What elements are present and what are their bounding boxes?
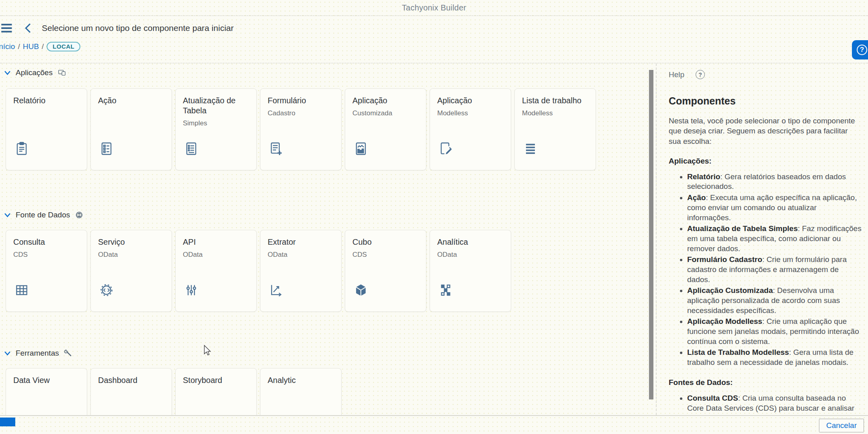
help-intro: Nesta tela, você pode selecionar o tipo … [669,116,862,146]
grid-icon [14,283,29,298]
navigation-bar: Selecione um novo tipo de componente par… [0,17,868,39]
card-title: Data View [13,375,80,385]
component-gallery: AplicaçõesRelatórioAçãoAtualização de Ta… [0,63,643,415]
card-title: Relatório [13,96,80,106]
help-group-heading: Aplicações: [669,157,862,166]
chevron-down-icon[interactable] [4,351,11,356]
help-list-item: Consulta CDS: Cria uma consulta baseada … [687,393,862,415]
card-title: API [183,237,249,247]
app-window: { "app": { "title": "Tachyonix Builder" … [0,0,868,434]
card-title: Aplicação [352,96,419,106]
chart-doc-icon [353,141,368,156]
card-title: Serviço [98,237,164,247]
card-row-aplicacoes: RelatórioAçãoAtualização de TabelaSimple… [0,88,643,170]
back-icon[interactable] [24,23,31,33]
help-list-item: Lista de Trabalho Modelless: Gera uma li… [687,348,862,367]
card-servi-o-odata[interactable]: ServiçoOData [90,230,172,312]
section-header-aplicacoes: Aplicações [0,67,643,79]
chevron-down-icon[interactable] [4,213,11,217]
table-doc-icon [184,141,199,156]
card-subtitle: CDS [13,251,80,259]
help-groups: Aplicações:Relatório: Gera relatórios ba… [669,157,862,415]
card-subtitle: Cadastro [268,109,334,117]
clipboard-icon [14,141,29,156]
card-title: Storyboard [183,375,249,385]
section-header-fonte-de-dados: Fonte de Dados [0,209,643,221]
help-button[interactable]: ? [852,40,868,59]
card-subtitle: OData [268,251,334,259]
cancel-button[interactable]: Cancelar [819,419,864,432]
card-aplica-o-customizada[interactable]: AplicaçãoCustomizada [345,88,426,170]
card-title: Dashboard [98,375,164,385]
card-subtitle: Modelless [522,109,588,117]
card-subtitle: OData [183,251,249,259]
cube-icon [353,283,368,298]
card-anal-tica-odata[interactable]: AnalíticaOData [430,230,511,312]
scrollbar[interactable] [648,65,654,413]
card-a-o[interactable]: Ação [90,88,172,170]
edit-doc-icon [438,141,453,156]
card-dashboard[interactable]: Dashboard [90,368,172,415]
wrench-icon [64,349,73,358]
card-subtitle: Customizada [352,109,419,117]
menu-icon[interactable] [1,23,13,33]
form-add-icon [268,141,284,156]
card-subtitle: CDS [352,251,419,259]
list-icon [523,141,538,156]
card-consulta-cds[interactable]: ConsultaCDS [6,230,87,312]
card-subtitle: Modelless [437,109,504,117]
card-analytic[interactable]: Analytic [260,368,342,415]
card-extrator-odata[interactable]: ExtratorOData [260,230,342,312]
section-label: Fonte de Dados [16,211,70,219]
section-aplicacoes: AplicaçõesRelatórioAçãoAtualização de Ta… [0,67,643,170]
scrollbar-thumb[interactable] [649,70,653,399]
card-cubo-cds[interactable]: CuboCDS [345,230,426,312]
card-subtitle: OData [98,251,164,259]
local-badge: LOCAL [47,42,80,51]
card-relat-rio[interactable]: Relatório [6,88,87,170]
card-formul-rio-cadastro[interactable]: FormulárioCadastro [260,88,342,170]
card-title: Formulário [268,96,334,106]
card-title: Ação [98,96,164,106]
card-lista-de-trabalho-modelless[interactable]: Lista de trabalhoModelless [514,88,596,170]
card-aplica-o-modelless[interactable]: AplicaçãoModelless [430,88,511,170]
card-title: Consulta [13,237,80,247]
footer-bar: Cancelar [0,415,868,434]
card-title: Cubo [352,237,419,247]
card-atualiza-o-de-tabela-simples[interactable]: Atualização de TabelaSimples [175,88,257,170]
help-circle-icon[interactable]: ? [696,70,705,79]
card-title: Analytic [268,375,334,385]
breadcrumb-separator: / [18,42,20,51]
breadcrumb-hub[interactable]: HUB [23,42,39,51]
app-title: Tachyonix Builder [402,3,466,12]
help-list-item: Ação: Executa uma ação específica na apl… [687,193,862,223]
card-api-odata[interactable]: APIOData [175,230,257,312]
breadcrumb-separator: / [42,42,44,51]
card-title: Extrator [268,237,334,247]
card-storyboard[interactable]: Storyboard [175,368,257,415]
help-panel: Help ? Componentes Nesta tela, você pode… [656,63,868,415]
card-data-view[interactable]: Data View [6,368,87,415]
card-title: Analítica [437,237,504,247]
card-subtitle: Simples [183,119,249,127]
help-list-item: Aplicação Customizada: Desenvolva uma ap… [687,286,862,315]
help-list: Consulta CDS: Cria uma consulta baseada … [669,393,862,415]
page-title: Selecione um novo tipo de componente par… [42,23,233,33]
help-list-item: Relatório: Gera relatórios baseados em d… [687,172,862,192]
help-list-item: Aplicação Modelless: Crie uma aplicação … [687,317,862,346]
top-app-bar: Tachyonix Builder [0,0,868,16]
section-label: Ferramentas [16,349,59,358]
card-title: Lista de trabalho [522,96,588,106]
breadcrumb: Início / HUB / LOCAL [0,42,80,51]
card-row-fonte-de-dados: ConsultaCDSServiçoODataAPIODataExtratorO… [0,230,643,312]
help-list-item: Formulário Cadastro: Crie um formulário … [687,255,862,285]
card-row-ferramentas: Data ViewDashboardStoryboardAnalytic [0,368,643,415]
help-group-heading: Fontes de Dados: [669,378,862,387]
section-ferramentas: FerramentasData ViewDashboardStoryboardA… [0,347,643,415]
nodes-icon [438,283,453,298]
tasklist-icon [99,141,114,156]
breadcrumb-inicio[interactable]: Início [0,42,15,51]
sliders-icon [184,283,199,298]
partial-button[interactable] [0,418,15,426]
chevron-down-icon[interactable] [4,70,11,75]
